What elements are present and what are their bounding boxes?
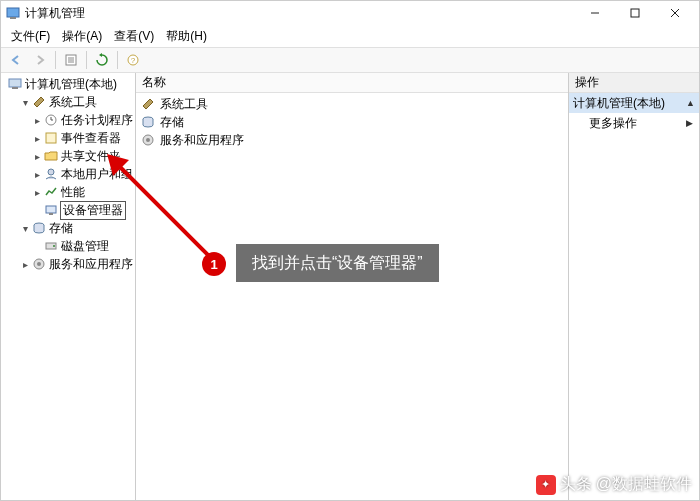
window-title: 计算机管理 — [25, 5, 85, 22]
expand-icon[interactable]: ▸ — [19, 259, 31, 270]
list-body[interactable]: 系统工具 存储 服务和应用程序 — [136, 93, 568, 500]
expand-icon[interactable]: ▸ — [31, 187, 43, 198]
annotation-step-badge: 1 — [202, 252, 226, 276]
list-item-services-apps[interactable]: 服务和应用程序 — [138, 131, 566, 149]
storage-icon — [140, 114, 156, 130]
storage-icon — [31, 220, 47, 236]
performance-icon — [43, 184, 59, 200]
tree-task-scheduler[interactable]: ▸ 任务计划程序 — [3, 111, 135, 129]
toolbar-separator — [86, 51, 87, 69]
list-item-system-tools[interactable]: 系统工具 — [138, 95, 566, 113]
tree-device-manager[interactable]: 设备管理器 — [3, 201, 135, 219]
disk-icon — [43, 238, 59, 254]
action-more[interactable]: 更多操作 ▶ — [569, 113, 699, 133]
toolbar-separator — [55, 51, 56, 69]
collapse-icon[interactable]: ▾ — [19, 97, 31, 108]
toolbar-separator — [117, 51, 118, 69]
tree-event-viewer[interactable]: ▸ 事件查看器 — [3, 129, 135, 147]
body: 计算机管理(本地) ▾ 系统工具 ▸ 任务计划程序 ▸ 事件查看器 ▸ 共享文件… — [1, 73, 699, 500]
back-button[interactable] — [5, 49, 27, 71]
tree-shared-folders[interactable]: ▸ 共享文件夹 — [3, 147, 135, 165]
svg-rect-20 — [49, 213, 53, 215]
tree-disk-management[interactable]: 磁盘管理 — [3, 237, 135, 255]
action-header[interactable]: 计算机管理(本地) ▲ — [569, 93, 699, 113]
event-icon — [43, 130, 59, 146]
app-icon — [5, 5, 21, 21]
watermark: ✦ 头条 @数据蛙软件 — [536, 474, 692, 495]
clock-icon — [43, 112, 59, 128]
close-button[interactable] — [655, 1, 695, 25]
watermark-icon: ✦ — [536, 475, 556, 495]
expand-icon[interactable]: ▸ — [31, 151, 43, 162]
list-item-storage[interactable]: 存储 — [138, 113, 566, 131]
minimize-button[interactable] — [575, 1, 615, 25]
menu-file[interactable]: 文件(F) — [5, 26, 56, 47]
svg-rect-13 — [12, 87, 18, 89]
svg-rect-12 — [9, 79, 21, 87]
tree-performance[interactable]: ▸ 性能 — [3, 183, 135, 201]
toolbar: ? — [1, 47, 699, 73]
action-pane-title: 操作 — [569, 73, 699, 93]
svg-point-18 — [48, 169, 54, 175]
refresh-button[interactable] — [91, 49, 113, 71]
device-icon — [43, 202, 59, 218]
list-pane: 名称 系统工具 存储 服务和应用程序 — [136, 73, 569, 500]
svg-point-28 — [146, 138, 150, 142]
expand-icon[interactable]: ▸ — [31, 169, 43, 180]
help-button[interactable]: ? — [122, 49, 144, 71]
expand-icon[interactable]: ▸ — [31, 115, 43, 126]
forward-button[interactable] — [29, 49, 51, 71]
services-icon — [31, 256, 47, 272]
services-icon — [140, 132, 156, 148]
expand-icon[interactable]: ▸ — [31, 133, 43, 144]
chevron-up-icon: ▲ — [686, 98, 695, 108]
collapse-icon[interactable]: ▾ — [19, 223, 31, 234]
tree-storage[interactable]: ▾ 存储 — [3, 219, 135, 237]
svg-rect-3 — [631, 9, 639, 17]
list-header-name[interactable]: 名称 — [136, 73, 568, 93]
users-icon — [43, 166, 59, 182]
menu-view[interactable]: 查看(V) — [108, 26, 160, 47]
tree-pane[interactable]: 计算机管理(本地) ▾ 系统工具 ▸ 任务计划程序 ▸ 事件查看器 ▸ 共享文件… — [1, 73, 136, 500]
annotation-callout: 找到并点击“设备管理器” — [236, 244, 439, 282]
svg-rect-17 — [46, 133, 56, 143]
computer-icon — [7, 76, 23, 92]
tools-icon — [140, 96, 156, 112]
menubar: 文件(F) 操作(A) 查看(V) 帮助(H) — [1, 25, 699, 47]
chevron-right-icon: ▶ — [686, 118, 693, 128]
tools-icon — [31, 94, 47, 110]
maximize-button[interactable] — [615, 1, 655, 25]
tree-root[interactable]: 计算机管理(本地) — [3, 75, 135, 93]
titlebar: 计算机管理 — [1, 1, 699, 25]
menu-operate[interactable]: 操作(A) — [56, 26, 108, 47]
tree-services-apps[interactable]: ▸ 服务和应用程序 — [3, 255, 135, 273]
action-pane: 操作 计算机管理(本地) ▲ 更多操作 ▶ — [569, 73, 699, 500]
svg-rect-0 — [7, 8, 19, 17]
properties-button[interactable] — [60, 49, 82, 71]
svg-point-25 — [37, 262, 41, 266]
menu-help[interactable]: 帮助(H) — [160, 26, 213, 47]
svg-rect-19 — [46, 206, 56, 213]
svg-text:?: ? — [131, 56, 136, 65]
tree-system-tools[interactable]: ▾ 系统工具 — [3, 93, 135, 111]
tree-local-users[interactable]: ▸ 本地用户和组 — [3, 165, 135, 183]
svg-point-23 — [53, 245, 55, 247]
folder-icon — [43, 148, 59, 164]
svg-rect-1 — [10, 17, 16, 19]
